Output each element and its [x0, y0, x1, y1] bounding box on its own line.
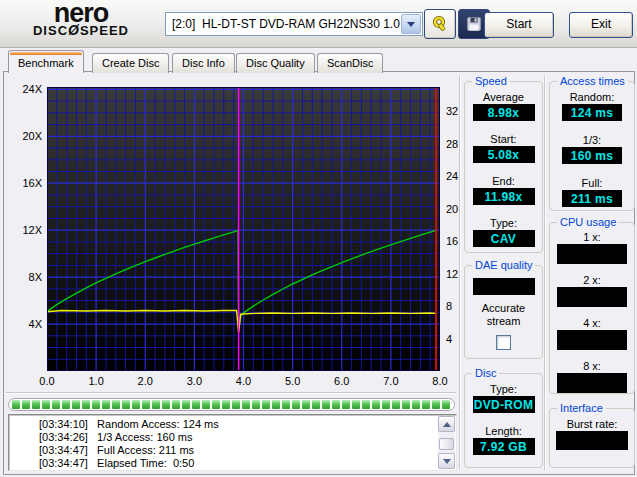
speed-end-display: 11.98x — [473, 188, 535, 205]
speed-group-title: Speed — [472, 74, 510, 88]
tab-benchmark[interactable]: Benchmark — [8, 50, 84, 73]
combo-dropdown-button[interactable] — [401, 14, 421, 34]
chart-canvas — [47, 87, 440, 371]
left-axis-tick: 12X — [12, 224, 42, 236]
cpu-8x-display — [557, 373, 627, 393]
access-full-label: Full: — [582, 177, 603, 190]
tab-scandisc[interactable]: ScanDisc — [317, 53, 383, 73]
progress-segment — [92, 400, 100, 409]
progress-segment — [132, 400, 140, 409]
progress-segment — [372, 400, 380, 409]
progress-segment — [52, 400, 60, 409]
speed-start-display: 5.08x — [473, 146, 535, 163]
progress-segment — [192, 400, 200, 409]
left-axis-tick: 24X — [12, 83, 42, 95]
log-line: [03:34:10] Random Access: 124 ms — [9, 418, 456, 431]
progress-segment — [342, 400, 350, 409]
logo-subtitle: DISCØSPEED — [16, 24, 146, 37]
progress-segment — [362, 400, 370, 409]
x-axis-tick: 2.0 — [132, 375, 158, 387]
dae-quality-display — [473, 278, 535, 295]
progress-segment — [332, 400, 340, 409]
progress-segment — [102, 400, 110, 409]
speed-end-label: End: — [492, 175, 515, 188]
burst-rate-label: Burst rate: — [567, 418, 618, 431]
x-axis-tick: 0.0 — [34, 375, 60, 387]
progress-segment — [402, 400, 410, 409]
nero-discspeed-window: nero DISCØSPEED [2:0] HL-DT-ST DVD-RAM G… — [0, 0, 637, 477]
cpu-4x-label: 4 x: — [583, 317, 601, 330]
scrollbar-thumb[interactable] — [439, 438, 454, 450]
progress-segment — [412, 400, 420, 409]
progress-bar — [8, 398, 455, 411]
progress-segment — [42, 400, 50, 409]
progress-segment — [352, 400, 360, 409]
log-scrollbar[interactable] — [438, 416, 455, 469]
tab-disc-info[interactable]: Disc Info — [172, 53, 235, 73]
x-axis-tick: 7.0 — [378, 375, 404, 387]
disc-group: Disc Type:DVD-ROM Length:7.92 GB — [464, 373, 543, 468]
accurate-stream-checkbox[interactable] — [496, 335, 511, 350]
progress-segment — [22, 400, 30, 409]
progress-segment — [142, 400, 150, 409]
scroll-up-button[interactable] — [438, 416, 455, 432]
speed-group: Speed Average8.98x Start:5.08x End:11.98… — [464, 81, 543, 253]
divider-vertical-1 — [459, 76, 461, 470]
progress-segment — [282, 400, 290, 409]
tab-create-disc[interactable]: Create Disc — [92, 53, 169, 73]
speed-start-label: Start: — [490, 133, 516, 146]
access-third-label: 1/3: — [583, 134, 601, 147]
divider-vertical-2 — [544, 76, 546, 470]
cpu-1x-label: 1 x: — [583, 231, 601, 244]
log-lines: [03:34:10] Random Access: 124 ms [03:34:… — [9, 415, 456, 470]
progress-segment — [72, 400, 80, 409]
progress-segment — [122, 400, 130, 409]
access-times-group: Access times Random:124 ms 1/3:160 ms Fu… — [549, 81, 635, 211]
drive-select-combobox[interactable]: [2:0] HL-DT-ST DVD-RAM GH22NS30 1.01 — [165, 12, 423, 36]
exit-button[interactable]: Exit — [569, 12, 633, 38]
arrow-down-icon — [443, 459, 451, 464]
left-axis-tick: 16X — [12, 177, 42, 189]
progress-segment — [392, 400, 400, 409]
cpu-8x-label: 8 x: — [583, 360, 601, 373]
log-line: [03:34:26] 1/3 Access: 160 ms — [9, 431, 456, 444]
x-axis-tick: 4.0 — [231, 375, 257, 387]
burst-rate-display — [556, 431, 628, 450]
progress-segment — [442, 400, 450, 409]
cpu-1x-display — [557, 244, 627, 264]
progress-segment — [202, 400, 210, 409]
progress-segment — [182, 400, 190, 409]
tab-disc-quality[interactable]: Disc Quality — [236, 53, 315, 73]
scroll-down-button[interactable] — [438, 453, 455, 469]
dae-quality-group: DAE quality Accuratestream — [464, 265, 543, 359]
benchmark-chart-plot — [47, 87, 440, 371]
options-tool-icon — [431, 15, 449, 33]
x-axis-tick: 8.0 — [427, 375, 453, 387]
log-line: [03:34:47] Full Access: 211 ms — [9, 444, 456, 457]
options-button[interactable] — [424, 9, 456, 39]
save-floppy-icon — [466, 16, 482, 32]
progress-segment — [82, 400, 90, 409]
start-button[interactable]: Start — [484, 12, 554, 38]
cpu-usage-group-title: CPU usage — [557, 215, 619, 229]
divider-horizontal — [6, 392, 456, 394]
progress-segment — [12, 400, 20, 409]
access-full-display: 211 ms — [562, 190, 622, 207]
progress-segment — [432, 400, 440, 409]
progress-segment — [212, 400, 220, 409]
nero-discspeed-logo: nero DISCØSPEED — [16, 1, 146, 37]
access-random-display: 124 ms — [562, 104, 622, 121]
progress-segment — [152, 400, 160, 409]
interface-group-title: Interface — [557, 401, 606, 415]
header-bar: nero DISCØSPEED [2:0] HL-DT-ST DVD-RAM G… — [0, 0, 637, 48]
accurate-stream-label: Accuratestream — [482, 302, 525, 328]
progress-segment — [252, 400, 260, 409]
log-listbox[interactable]: [03:34:10] Random Access: 124 ms [03:34:… — [8, 414, 457, 471]
progress-segment — [242, 400, 250, 409]
log-line: [03:34:47] Elapsed Time: 0:50 — [9, 457, 456, 470]
chevron-down-icon — [407, 22, 415, 27]
progress-segment — [302, 400, 310, 409]
progress-segment — [322, 400, 330, 409]
x-axis-tick: 5.0 — [280, 375, 306, 387]
progress-segment — [382, 400, 390, 409]
